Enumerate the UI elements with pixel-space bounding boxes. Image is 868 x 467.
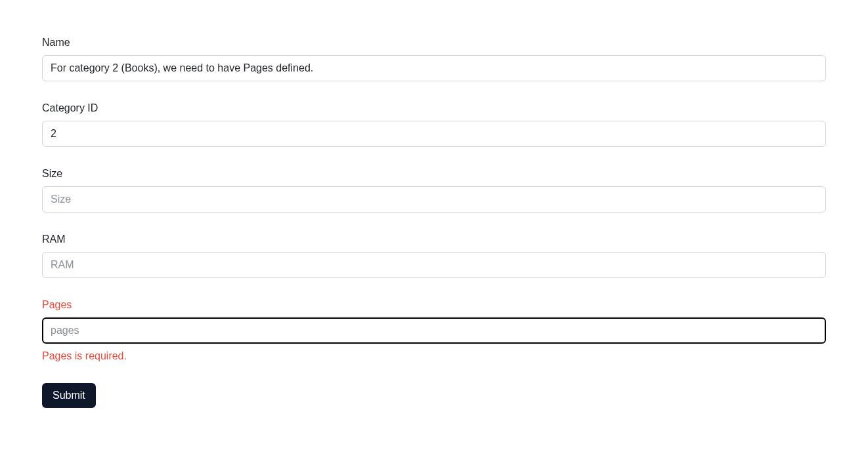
- name-input[interactable]: [42, 55, 826, 81]
- pages-label: Pages: [42, 299, 826, 311]
- form-group-pages: Pages Pages is required.: [42, 299, 826, 362]
- submit-button[interactable]: Submit: [42, 383, 96, 408]
- category-id-input[interactable]: [42, 121, 826, 147]
- size-input[interactable]: [42, 186, 826, 213]
- size-label: Size: [42, 168, 826, 180]
- form-group-size: Size: [42, 168, 826, 213]
- name-label: Name: [42, 37, 826, 49]
- ram-label: RAM: [42, 234, 826, 245]
- form-group-name: Name: [42, 37, 826, 81]
- pages-error-message: Pages is required.: [42, 350, 826, 362]
- pages-input[interactable]: [42, 317, 826, 344]
- category-id-label: Category ID: [42, 102, 826, 114]
- form-container: Name Category ID Size RAM Pages Pages is…: [42, 37, 826, 408]
- form-group-category-id: Category ID: [42, 102, 826, 147]
- ram-input[interactable]: [42, 252, 826, 278]
- form-group-ram: RAM: [42, 234, 826, 278]
